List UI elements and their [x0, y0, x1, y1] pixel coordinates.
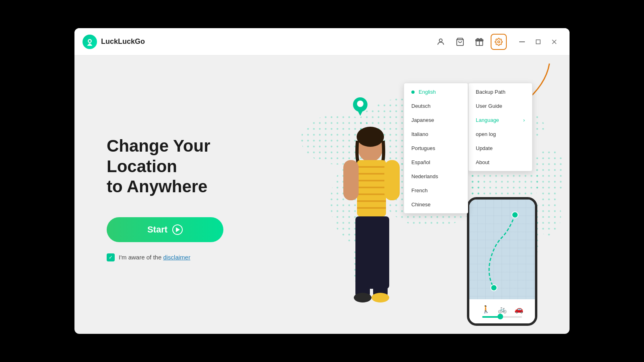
disclaimer-link[interactable]: disclaimer	[163, 254, 190, 261]
car-icon: 🚗	[514, 305, 523, 314]
route-svg	[469, 200, 535, 299]
speed-slider-thumb	[497, 314, 503, 319]
svg-point-27	[357, 127, 384, 147]
disclaimer-text: I'm aware of the disclaimer	[119, 254, 190, 261]
user-button[interactable]	[433, 34, 449, 50]
svg-point-22	[532, 148, 565, 198]
lang-english[interactable]: English	[404, 85, 468, 99]
lang-french[interactable]: French	[404, 183, 468, 197]
walk-icon: 🚶	[481, 305, 490, 314]
titlebar: LuckLuckGo	[74, 28, 570, 56]
svg-rect-9	[536, 40, 540, 44]
headline-line2: to Anywhere	[107, 177, 207, 196]
lang-espanol[interactable]: Español	[404, 155, 468, 169]
svg-rect-39	[355, 245, 370, 298]
disclaimer-row: ✓ I'm aware of the disclaimer	[107, 253, 252, 261]
svg-point-44	[491, 285, 497, 291]
svg-rect-8	[519, 41, 525, 42]
phone-controls: 🚶 🚲 🚗	[473, 303, 531, 320]
svg-point-25	[357, 101, 363, 107]
svg-point-2	[439, 39, 442, 41]
lang-deutsch[interactable]: Deutsch	[404, 99, 468, 113]
svg-rect-40	[373, 245, 388, 298]
transport-icons-row: 🚶 🚲 🚗	[477, 305, 527, 314]
svg-point-7	[498, 41, 500, 43]
disclaimer-checkbox[interactable]: ✓	[107, 253, 115, 261]
phone-bottom-bar: 🚶 🚲 🚗	[469, 299, 535, 323]
start-button-label: Start	[147, 224, 167, 235]
menu-update[interactable]: Update	[469, 141, 532, 155]
cart-button[interactable]	[452, 34, 468, 50]
selected-dot	[411, 90, 415, 94]
titlebar-left: LuckLuckGo	[83, 35, 145, 49]
phone-mockup: 🚶 🚲 🚗	[467, 197, 537, 326]
svg-point-42	[372, 293, 389, 302]
svg-rect-36	[343, 160, 359, 200]
bike-icon: 🚲	[498, 305, 507, 314]
titlebar-right	[433, 34, 561, 50]
menu-user-guide[interactable]: User Guide	[469, 99, 532, 113]
menu-backup-path[interactable]: Backup Path	[469, 85, 532, 99]
start-button[interactable]: Start	[107, 217, 223, 242]
svg-point-23	[536, 194, 561, 236]
menu-about[interactable]: About	[469, 155, 532, 169]
start-play-icon	[172, 224, 183, 235]
svg-point-43	[512, 212, 518, 218]
app-title: LuckLuckGo	[101, 37, 145, 46]
chevron-right-icon: ›	[523, 117, 525, 123]
lang-portugues[interactable]: Portugues	[404, 141, 468, 155]
settings-dropdown[interactable]: Backup Path User Guide Language › open l…	[468, 83, 533, 171]
headline-line1: Change Your Location	[107, 136, 210, 175]
minimize-button[interactable]	[515, 35, 529, 49]
lang-japanese[interactable]: Japanese	[404, 113, 468, 127]
menu-language[interactable]: Language ›	[469, 113, 532, 127]
maximize-button[interactable]	[531, 35, 545, 49]
svg-rect-37	[384, 160, 400, 200]
language-dropdown[interactable]: English Deutsch Japanese Italiano Portug…	[404, 83, 468, 214]
lang-chinese[interactable]: Chinese	[404, 197, 468, 212]
window-controls	[515, 35, 561, 49]
phone-screen	[469, 200, 535, 299]
lang-italiano[interactable]: Italiano	[404, 127, 468, 141]
speed-slider-fill	[482, 316, 498, 318]
close-button[interactable]	[547, 35, 561, 49]
speed-slider[interactable]	[482, 316, 522, 318]
left-panel: Change Your Location to Anywhere Start ✓…	[74, 56, 276, 334]
app-logo	[83, 35, 97, 49]
menu-open-log[interactable]: open log	[469, 127, 532, 141]
svg-point-1	[89, 40, 91, 42]
main-content: Change Your Location to Anywhere Start ✓…	[74, 56, 570, 334]
lang-nederlands[interactable]: Nederlands	[404, 169, 468, 183]
gift-button[interactable]	[471, 34, 487, 50]
app-window: LuckLuckGo	[74, 28, 570, 334]
svg-point-41	[354, 293, 372, 302]
settings-button[interactable]	[491, 34, 507, 50]
headline: Change Your Location to Anywhere	[107, 136, 252, 197]
